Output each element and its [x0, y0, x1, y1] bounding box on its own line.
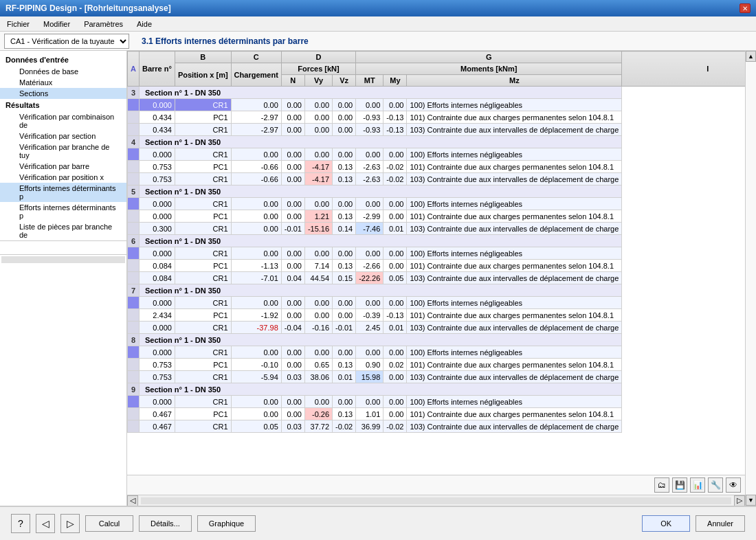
Mz-cell: 0.00: [383, 396, 407, 408]
MT-cell: 0.00: [333, 99, 356, 111]
app-title: RF-PIPING Design - [Rohrleitungsanalyse]: [5, 3, 171, 13]
section-label: Section n° 1 - DN 350: [139, 87, 621, 99]
col-a-label: A: [131, 65, 136, 73]
N-cell: 0.00: [231, 346, 281, 359]
table-row: 7 Section n° 1 - DN 350: [128, 284, 746, 297]
verif-cell: 100) Efforts internes négligeables: [407, 198, 622, 210]
sidebar-item-efforts-determ[interactable]: Efforts internes déterminants p: [0, 183, 126, 202]
sidebar-item-verif-section[interactable]: Vérification par section: [0, 131, 126, 142]
barre-num-cell: [128, 210, 140, 223]
menu-aide[interactable]: Aide: [133, 19, 156, 30]
close-button[interactable]: ✕: [740, 3, 751, 13]
sidebar-item-verif-combi[interactable]: Vérification par combinaison de: [0, 111, 126, 131]
sidebar-item-liste-pieces[interactable]: Liste de pièces par branche de: [0, 221, 126, 240]
sidebar-item-materiaux[interactable]: Matériaux: [0, 77, 126, 88]
MT-cell: 0.13: [333, 161, 356, 173]
position-cell: 0.000: [139, 198, 175, 210]
N-cell: 0.00: [231, 148, 281, 161]
menu-modifier[interactable]: Modifier: [39, 19, 74, 30]
footer-right: OK Annuler: [642, 515, 745, 532]
case-dropdown[interactable]: CA1 - Vérification de la tuyaute: [4, 34, 129, 49]
table-row: 0.467 CR1 0.05 0.03 37.72 -0.02 36.99 -0…: [128, 420, 746, 433]
icon-btn-2[interactable]: 💾: [672, 477, 687, 493]
Vy-cell: 0.00: [281, 396, 304, 408]
N-cell: 0.05: [231, 420, 281, 433]
Vz-cell: -15.16: [304, 223, 332, 235]
Mz-cell: -0.13: [383, 309, 407, 322]
bottom-icons-bar: 🗂 💾 📊 🔧 👁: [127, 475, 745, 495]
barre-num-cell: [128, 161, 140, 173]
barre-num-cell: [128, 198, 140, 210]
icon-btn-3[interactable]: 📊: [690, 477, 705, 493]
Mz-cell: 0.00: [383, 260, 407, 272]
verif-cell: 101) Contrainte due aux charges permanen…: [407, 359, 622, 371]
icon-btn-5[interactable]: 👁: [726, 477, 741, 493]
prev-icon-btn[interactable]: ◁: [36, 514, 55, 533]
charge-cell: PC1: [175, 309, 231, 322]
charge-cell: CR1: [175, 346, 231, 359]
position-cell: 0.300: [139, 223, 175, 235]
MT-cell: 0.00: [333, 346, 356, 359]
table-row: 0.753 PC1 -0.66 0.00 -4.17 0.13 -2.63 -0…: [128, 161, 746, 173]
barre-num-cell: [128, 297, 140, 309]
table-container[interactable]: A Barre n° B C D G: [127, 51, 745, 475]
position-cell: 0.753: [139, 371, 175, 383]
annuler-button[interactable]: Annuler: [696, 515, 745, 532]
charge-cell: PC1: [175, 161, 231, 173]
table-row: 0.753 CR1 -0.66 0.00 -4.17 0.13 -2.63 -0…: [128, 173, 746, 185]
Mz-cell: -0.02: [383, 420, 407, 433]
Vz-cell: 0.00: [304, 99, 332, 111]
verif-cell: 101) Contrainte due aux charges permanen…: [407, 408, 622, 420]
menu-bar: Fichier Modifier Paramètres Aide: [0, 16, 756, 32]
Mz-cell: -0.13: [383, 124, 407, 136]
title-bar: RF-PIPING Design - [Rohrleitungsanalyse]…: [0, 0, 756, 16]
icon-btn-4[interactable]: 🔧: [708, 477, 723, 493]
footer-left: ? ◁ ▷: [11, 514, 80, 533]
My-cell: 2.45: [356, 322, 383, 334]
Mz-cell: 0.02: [383, 359, 407, 371]
Vz-cell: -4.17: [304, 173, 332, 185]
sidebar-item-efforts-determ2[interactable]: Efforts internes déterminants p: [0, 202, 126, 221]
sidebar-item-donnees-base[interactable]: Données de base: [0, 66, 126, 77]
menu-fichier[interactable]: Fichier: [3, 19, 34, 30]
charge-cell: PC1: [175, 111, 231, 124]
MT-cell: 0.00: [333, 297, 356, 309]
Vy-cell: 0.00: [281, 247, 304, 260]
My-cell: -0.93: [356, 111, 383, 124]
right-scrollbar[interactable]: ▲ ▼: [745, 51, 756, 506]
My-cell: 0.00: [356, 247, 383, 260]
MT-cell: 0.13: [333, 359, 356, 371]
icon-btn-1[interactable]: 🗂: [654, 477, 669, 493]
sidebar-item-verif-position[interactable]: Vérification par position x: [0, 172, 126, 183]
charge-cell: CR1: [175, 198, 231, 210]
sidebar-item-sections[interactable]: Sections: [0, 88, 126, 99]
Vy-cell: 0.00: [281, 260, 304, 272]
verif-cell: 101) Contrainte due aux charges permanen…: [407, 260, 622, 272]
bottom-scrollbar[interactable]: ◁ ▷: [127, 495, 745, 506]
My-cell: -2.63: [356, 161, 383, 173]
menu-parametres[interactable]: Paramètres: [80, 19, 127, 30]
Mz-cell: -0.02: [383, 173, 407, 185]
position-cell: 0.434: [139, 111, 175, 124]
sidebar-item-verif-branche[interactable]: Vérification par branche de tuy: [0, 142, 126, 161]
verif-cell: 100) Efforts internes négligeables: [407, 346, 622, 359]
next-icon-btn[interactable]: ▷: [60, 514, 80, 533]
N-cell: -7.01: [231, 272, 281, 284]
help-icon-btn[interactable]: ?: [11, 514, 30, 533]
barre-num-cell: [128, 322, 140, 334]
sidebar-item-verif-barre[interactable]: Vérification par barre: [0, 161, 126, 172]
Mz-cell: 0.00: [383, 99, 407, 111]
Vy-cell: 0.00: [281, 99, 304, 111]
details-button[interactable]: Détails...: [139, 515, 192, 532]
footer: ? ◁ ▷ Calcul Détails... Graphique OK Ann…: [0, 506, 756, 540]
calcul-button[interactable]: Calcul: [85, 515, 133, 532]
Vz-cell: 0.00: [304, 148, 332, 161]
N-cell: 0.00: [231, 297, 281, 309]
Vz-cell: 0.00: [304, 111, 332, 124]
MT-cell: 0.00: [333, 124, 356, 136]
verif-cell: 100) Efforts internes négligeables: [407, 99, 622, 111]
toolbar: CA1 - Vérification de la tuyaute 3.1 Eff…: [0, 32, 756, 51]
verif-cell: 100) Efforts internes négligeables: [407, 247, 622, 260]
ok-button[interactable]: OK: [642, 515, 690, 532]
graphique-button[interactable]: Graphique: [197, 515, 256, 532]
